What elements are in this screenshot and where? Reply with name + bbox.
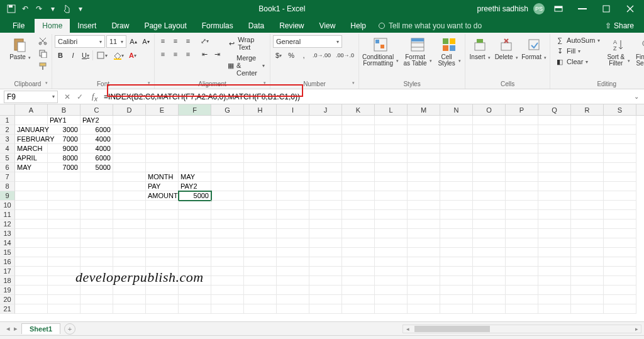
cell-J21[interactable] [309, 304, 342, 314]
row-header-2[interactable]: 2 [0, 125, 15, 135]
cell-K8[interactable] [342, 182, 375, 191]
column-header-I[interactable]: I [277, 104, 309, 115]
insert-cells-button[interactable]: Insert [468, 35, 492, 62]
cell-B2[interactable]: 3000 [48, 125, 80, 135]
cell-G12[interactable] [211, 220, 244, 229]
cell-S15[interactable] [604, 248, 636, 257]
cell-P8[interactable] [506, 182, 538, 191]
worksheet-grid[interactable]: 1PAY1PAY22JANUARY300060003FEBRUARY700040… [0, 116, 644, 321]
cell-Q5[interactable] [538, 153, 571, 163]
underline-button[interactable]: U▾ [80, 50, 91, 61]
cell-K11[interactable] [342, 210, 375, 220]
cell-R10[interactable] [571, 201, 604, 210]
cell-B4[interactable]: 9000 [48, 144, 80, 153]
tell-me[interactable]: Tell me what you want to do [374, 19, 487, 33]
cell-J5[interactable] [309, 153, 342, 163]
sheet-prev-icon[interactable]: ◂ [6, 325, 10, 333]
cell-J13[interactable] [309, 229, 342, 238]
cell-C3[interactable]: 4000 [80, 135, 113, 144]
cell-D9[interactable] [113, 191, 146, 201]
cell-D14[interactable] [113, 238, 146, 248]
cell-E21[interactable] [146, 304, 179, 314]
cell-G1[interactable] [211, 116, 244, 125]
cell-O14[interactable] [473, 238, 506, 248]
cell-Q20[interactable] [538, 295, 571, 304]
cell-A18[interactable] [15, 276, 48, 286]
cell-E3[interactable] [146, 135, 179, 144]
cell-P3[interactable] [506, 135, 538, 144]
format-as-table-button[interactable]: Format as Table [402, 35, 433, 68]
cell-E5[interactable] [146, 153, 179, 163]
row-header-21[interactable]: 21 [0, 304, 15, 314]
column-header-N[interactable]: N [440, 104, 473, 115]
cell-R5[interactable] [571, 153, 604, 163]
sheet-tab[interactable]: Sheet1 [21, 323, 60, 334]
cell-L13[interactable] [375, 229, 408, 238]
cell-Q16[interactable] [538, 257, 571, 267]
cell-D8[interactable] [113, 182, 146, 191]
wrap-text-button[interactable]: ↩Wrap Text [225, 35, 267, 52]
redo-icon[interactable]: ↷ [34, 4, 44, 14]
cell-A15[interactable] [15, 248, 48, 257]
cell-C2[interactable]: 6000 [80, 125, 113, 135]
cell-F21[interactable] [179, 304, 211, 314]
borders-button[interactable]: ▾ [94, 50, 109, 61]
cell-B15[interactable] [48, 248, 80, 257]
cell-H16[interactable] [244, 257, 277, 267]
cell-M4[interactable] [408, 144, 440, 153]
cell-S1[interactable] [604, 116, 636, 125]
cell-N14[interactable] [440, 238, 473, 248]
cell-I9[interactable] [277, 191, 309, 201]
cell-L10[interactable] [375, 201, 408, 210]
cell-D6[interactable] [113, 163, 146, 172]
cell-I3[interactable] [277, 135, 309, 144]
cell-F15[interactable] [179, 248, 211, 257]
cell-F6[interactable] [179, 163, 211, 172]
close-icon[interactable] [619, 0, 641, 18]
cell-H8[interactable] [244, 182, 277, 191]
cell-C10[interactable] [80, 201, 113, 210]
cell-G6[interactable] [211, 163, 244, 172]
cell-L4[interactable] [375, 144, 408, 153]
cell-N15[interactable] [440, 248, 473, 257]
cell-O10[interactable] [473, 201, 506, 210]
cell-H1[interactable] [244, 116, 277, 125]
cell-J15[interactable] [309, 248, 342, 257]
cell-S12[interactable] [604, 220, 636, 229]
cell-I20[interactable] [277, 295, 309, 304]
cell-P18[interactable] [506, 276, 538, 286]
cell-B7[interactable] [48, 172, 80, 182]
cell-I13[interactable] [277, 229, 309, 238]
cell-K12[interactable] [342, 220, 375, 229]
cell-I15[interactable] [277, 248, 309, 257]
cell-P11[interactable] [506, 210, 538, 220]
cell-M16[interactable] [408, 257, 440, 267]
column-header-F[interactable]: F [179, 104, 211, 115]
cell-M11[interactable] [408, 210, 440, 220]
comma-button[interactable]: , [298, 50, 309, 61]
cell-S6[interactable] [604, 163, 636, 172]
cell-A19[interactable] [15, 286, 48, 295]
cell-H20[interactable] [244, 295, 277, 304]
row-header-12[interactable]: 12 [0, 220, 15, 229]
cell-S2[interactable] [604, 125, 636, 135]
cell-B16[interactable] [48, 257, 80, 267]
qat-more-icon[interactable]: ▾ [75, 4, 86, 14]
cell-H13[interactable] [244, 229, 277, 238]
cell-R8[interactable] [571, 182, 604, 191]
italic-button[interactable]: I [67, 50, 79, 61]
cell-G20[interactable] [211, 295, 244, 304]
cell-J14[interactable] [309, 238, 342, 248]
conditional-formatting-button[interactable]: Conditional Formatting [362, 35, 399, 68]
cell-L17[interactable] [375, 267, 408, 276]
cell-B20[interactable] [48, 295, 80, 304]
cell-K9[interactable] [342, 191, 375, 201]
decrease-font-button[interactable]: A▾ [140, 36, 152, 47]
orientation-button[interactable]: ⤢▾ [199, 35, 211, 47]
cell-K16[interactable] [342, 257, 375, 267]
cell-Q14[interactable] [538, 238, 571, 248]
column-header-S[interactable]: S [604, 104, 636, 115]
cell-B5[interactable]: 8000 [48, 153, 80, 163]
cell-B8[interactable] [48, 182, 80, 191]
cell-E6[interactable] [146, 163, 179, 172]
